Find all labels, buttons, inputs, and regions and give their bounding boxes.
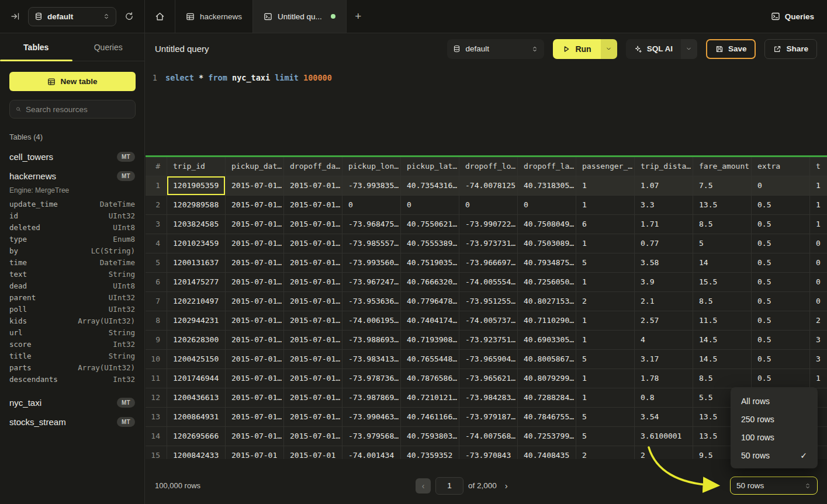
table-cell[interactable]: 0 [810, 292, 827, 311]
menu-item[interactable]: 100 rows [731, 428, 818, 446]
sidebar-item-hackernews[interactable]: hackernews MT [9, 166, 135, 186]
table-cell[interactable]: 1200131637 [167, 253, 226, 273]
table-cell[interactable]: 2015-07-01… [284, 427, 342, 446]
column-row[interactable]: url String [9, 326, 135, 338]
table-cell[interactable]: 7.5 [693, 176, 752, 196]
tab-home[interactable] [145, 0, 175, 33]
rows-per-page-select[interactable]: 50 rows [730, 477, 818, 495]
table-cell[interactable]: 40.7876586… [401, 369, 459, 388]
table-cell[interactable]: 40.7288284… [518, 388, 576, 408]
table-cell[interactable]: 0 [459, 196, 518, 215]
sql-ai-caret[interactable] [681, 39, 697, 59]
table-cell[interactable]: 1 [576, 176, 635, 196]
table-cell[interactable]: 2015-07-01… [284, 234, 342, 253]
table-cell[interactable]: 14.5 [693, 331, 752, 350]
column-header[interactable]: dropoff_la… [518, 157, 576, 176]
table-cell[interactable]: 1.71 [635, 215, 693, 234]
table-cell[interactable]: -73.973731… [459, 234, 518, 253]
table-cell[interactable]: 2015-07-01… [226, 234, 284, 253]
table-cell[interactable]: 1200425150 [167, 350, 226, 369]
table-cell[interactable]: 3.17 [635, 350, 693, 369]
table-cell[interactable]: 0.8 [635, 388, 693, 408]
column-header[interactable]: dropoff_lo… [459, 157, 518, 176]
table-cell[interactable]: 2015-07-01… [226, 331, 284, 350]
table-cell[interactable]: 40.6903305… [518, 331, 576, 350]
table-cell[interactable]: 1202695666 [167, 427, 226, 446]
table-cell[interactable]: 13.5 [693, 196, 752, 215]
table-cell[interactable]: 0 [342, 196, 401, 215]
new-table-button[interactable]: New table [9, 72, 136, 91]
table-cell[interactable]: -73.967247… [342, 273, 401, 292]
table-cell[interactable]: 1202210497 [167, 292, 226, 311]
column-row[interactable]: score Int32 [9, 338, 135, 350]
table-cell[interactable]: 1 [810, 215, 827, 234]
share-button[interactable]: Share [764, 39, 817, 59]
table-cell[interactable]: 2015-07-01… [284, 388, 342, 408]
table-cell[interactable]: 1202628300 [167, 331, 226, 350]
table-cell[interactable]: 3.6100001 [635, 427, 693, 446]
column-header[interactable]: dropoff_da… [284, 157, 342, 176]
table-cell[interactable]: 40.8005867… [518, 350, 576, 369]
column-header[interactable]: pickup_dat… [226, 157, 284, 176]
table-cell[interactable]: 0 [810, 273, 827, 292]
column-header[interactable]: extra [752, 157, 810, 176]
table-cell[interactable]: -73.965621… [459, 369, 518, 388]
table-cell[interactable]: 2015-07-01… [226, 369, 284, 388]
table-cell[interactable]: -73.988693… [342, 331, 401, 350]
table-cell[interactable]: 2015-07-01… [284, 215, 342, 234]
table-cell[interactable]: -74.0078125 [459, 176, 518, 196]
table-cell[interactable]: 1201475277 [167, 273, 226, 292]
column-row[interactable]: type Enum8 [9, 233, 135, 245]
table-cell[interactable]: -74.005737… [459, 311, 518, 331]
table-cell[interactable]: 40.7193908… [401, 331, 459, 350]
table-cell[interactable]: -73.966697… [459, 253, 518, 273]
table-cell[interactable]: 2.57 [635, 311, 693, 331]
table-cell[interactable]: -73.987869… [342, 388, 401, 408]
menu-item[interactable]: All rows [731, 392, 818, 410]
table-cell[interactable]: -73.951255… [459, 292, 518, 311]
menu-item[interactable]: 250 rows [731, 410, 818, 428]
table-cell[interactable]: 0.5 [752, 292, 810, 311]
sidebar-item-nyc-taxi[interactable]: nyc_taxi MT [9, 393, 135, 412]
queries-button[interactable]: Queries [771, 0, 814, 33]
table-cell[interactable]: -74.006195… [342, 311, 401, 331]
new-tab-button[interactable]: + [347, 0, 370, 33]
column-header[interactable]: t [810, 157, 827, 176]
table-cell[interactable]: 2 [810, 311, 827, 331]
table-cell[interactable]: 40.7508049… [518, 215, 576, 234]
table-cell[interactable]: 1 [576, 311, 635, 331]
table-cell[interactable]: 0 [810, 253, 827, 273]
query-database-selector[interactable]: default [447, 39, 544, 59]
table-cell[interactable]: 14.5 [693, 350, 752, 369]
table-cell[interactable]: -73.953636… [342, 292, 401, 311]
run-button[interactable]: Run [553, 39, 600, 59]
sidebar-item-cell-towers[interactable]: cell_towers MT [9, 147, 135, 166]
table-cell[interactable]: 2 [635, 446, 693, 459]
table-cell[interactable]: 1 [576, 388, 635, 408]
prev-page-button[interactable]: ‹ [416, 478, 431, 493]
table-cell[interactable]: -73.923751… [459, 331, 518, 350]
table-cell[interactable]: 40.7593803… [401, 427, 459, 446]
table-cell[interactable]: 2015-07-01 [284, 446, 342, 459]
table-cell[interactable]: 15.5 [693, 273, 752, 292]
table-cell[interactable]: 2015-07-01… [284, 253, 342, 273]
table-cell[interactable]: 1 [576, 331, 635, 350]
sql-ai-button[interactable]: SQL AI [626, 39, 681, 59]
tab-untitled-query[interactable]: Untitled qu... [253, 0, 347, 33]
table-cell[interactable]: -73.970843 [459, 446, 518, 459]
table-cell[interactable]: 14 [693, 253, 752, 273]
table-cell[interactable]: 3.9 [635, 273, 693, 292]
column-row[interactable]: parts Array(UInt32) [9, 362, 135, 373]
table-cell[interactable]: 40.8027153… [518, 292, 576, 311]
sidebar-search-input[interactable] [26, 105, 129, 114]
table-cell[interactable]: 2015-07-01… [284, 369, 342, 388]
column-header[interactable]: trip_dista… [635, 157, 693, 176]
table-cell[interactable]: -73.979568… [342, 427, 401, 446]
table-cell[interactable]: -73.983413… [342, 350, 401, 369]
table-cell[interactable]: -73.979187… [459, 408, 518, 427]
column-row[interactable]: id UInt32 [9, 210, 135, 221]
column-row[interactable]: by LC(String) [9, 245, 135, 256]
column-row[interactable]: kids Array(UInt32) [9, 315, 135, 326]
run-options-caret[interactable] [601, 39, 617, 59]
table-cell[interactable]: 2015-07-01… [284, 273, 342, 292]
